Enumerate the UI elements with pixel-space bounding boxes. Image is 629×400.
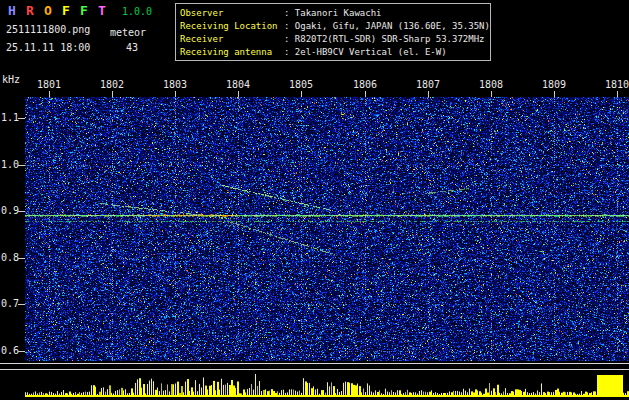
app-title-letter: F (62, 3, 80, 18)
info-row: Observer: Takanori Kawachi (180, 7, 490, 20)
time-axis-label: 1809 (539, 79, 569, 90)
frequency-unit-label: kHz (2, 74, 20, 85)
app-title-letter: O (44, 3, 62, 18)
app-title-letter: H (8, 3, 26, 18)
info-row-label: Receiving Location (180, 20, 284, 33)
app-version: 1.0.0 (122, 6, 152, 17)
app-title: HROFFT (8, 3, 116, 18)
app-title-letter: T (98, 3, 116, 18)
time-axis-label: 1802 (97, 79, 127, 90)
echo-count: 43 (126, 42, 138, 53)
freq-axis-tick (18, 304, 25, 305)
freq-axis-label: 0.6 (1, 345, 18, 356)
info-row-value: : 2el-HB9CV Vertical (el. E-W) (284, 46, 447, 59)
freq-axis-tick (18, 211, 25, 212)
freq-axis-label: 0.7 (1, 298, 18, 309)
hrofft-window: HROFFT 1.0.0 2511111800.png meteor 25.11… (0, 0, 629, 400)
info-row-label: Receiver (180, 33, 284, 46)
info-row: Receiver: R820T2(RTL-SDR) SDR-Sharp 53.3… (180, 33, 490, 46)
app-title-letter: F (80, 3, 98, 18)
time-axis-label: 1808 (476, 79, 506, 90)
spectrogram-canvas (25, 97, 629, 361)
observation-datetime: 25.11.11 18:00 (6, 42, 90, 53)
info-row-label: Observer (180, 7, 284, 20)
separator-line-lower (0, 369, 629, 370)
separator-line-upper (0, 363, 629, 364)
time-axis-label: 1807 (413, 79, 443, 90)
info-row-value: : Ogaki, Gifu, JAPAN (136.60E, 35.35N) (284, 20, 490, 33)
info-panel: Observer: Takanori KawachiReceiving Loca… (175, 3, 491, 61)
time-axis-label: 1805 (286, 79, 316, 90)
time-axis-label: 1810 (602, 79, 629, 90)
time-axis-label: 1801 (34, 79, 64, 90)
mode-label: meteor (110, 27, 146, 38)
info-row-value: : Takanori Kawachi (284, 7, 382, 20)
app-title-letter: R (26, 3, 44, 18)
info-row-value: : R820T2(RTL-SDR) SDR-Sharp 53.372MHz (284, 33, 484, 46)
output-filename: 2511111800.png (6, 24, 90, 35)
time-axis-label: 1806 (350, 79, 380, 90)
freq-axis-tick (18, 118, 25, 119)
info-row-label: Receiving antenna (180, 46, 284, 59)
freq-axis-label: 0.9 (1, 205, 18, 216)
signal-level-canvas (25, 371, 629, 397)
freq-axis-label: 1.0 (1, 159, 18, 170)
info-row: Receiving antenna: 2el-HB9CV Vertical (e… (180, 46, 490, 59)
freq-axis-tick (18, 165, 25, 166)
freq-axis-label: 1.1 (1, 112, 18, 123)
time-axis-label: 1803 (160, 79, 190, 90)
info-row: Receiving Location: Ogaki, Gifu, JAPAN (… (180, 20, 490, 33)
freq-axis-tick (18, 351, 25, 352)
freq-axis-tick (18, 258, 25, 259)
freq-axis-label: 0.8 (1, 252, 18, 263)
time-axis-label: 1804 (223, 79, 253, 90)
